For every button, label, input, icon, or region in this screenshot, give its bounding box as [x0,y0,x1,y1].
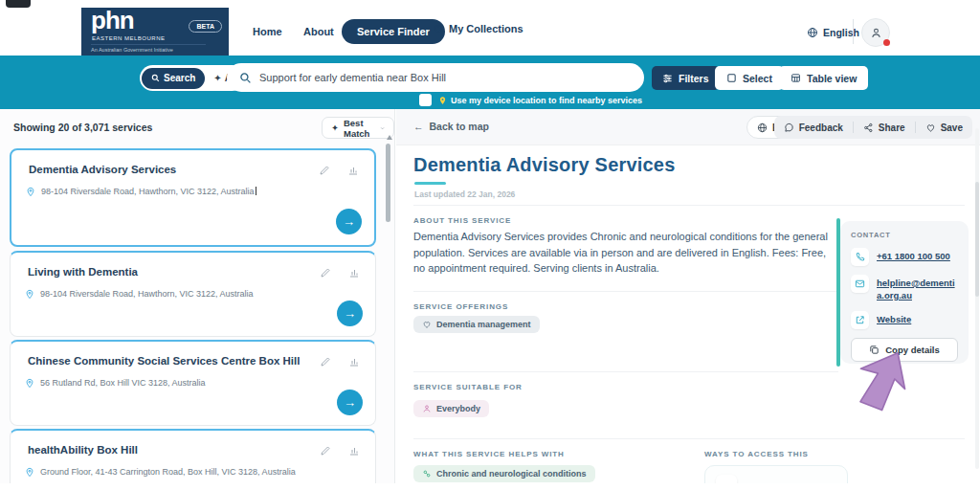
open-service-button[interactable]: → [337,390,363,415]
mode-search-label: Search [164,73,195,83]
search-icon [239,72,252,84]
search-input[interactable]: Support for early dementia near Box Hill [227,63,644,92]
beta-badge: BETA [189,20,222,33]
heart-icon [433,23,444,34]
table-view-button[interactable]: Table view [779,66,868,90]
window-corner-fragment [6,0,31,8]
save-button[interactable]: Save [916,122,972,133]
nav-home[interactable]: Home [253,26,282,37]
select-button[interactable]: Select [715,66,784,90]
detail-actions: Feedback Share Save [774,116,972,139]
email-row: helpline@dementia.org.au [851,275,958,302]
table-view-label: Table view [807,73,857,84]
share-button[interactable]: Share [854,122,915,133]
access-label: WAYS TO ACCESS THIS [704,450,809,458]
copy-icon [869,345,880,355]
filters-button[interactable]: Filters [652,66,720,90]
pin-icon [25,467,34,478]
sort-button[interactable]: ✦ Best Match [322,117,394,139]
share-label: Share [879,122,905,133]
top-header: phn EASTERN MELBOURNE BETA An Australian… [0,8,980,56]
search-toolbar: Search ✦ AI Support for early dementia n… [0,56,980,109]
service-card[interactable]: Chinese Community Social Services Centre… [10,340,376,426]
edit-icon[interactable] [320,267,331,278]
results-summary: Showing 20 of 3,071 services [13,122,152,133]
title-accent [414,182,446,185]
results-panel: Showing 20 of 3,071 services ✦ Best Matc… [0,109,395,483]
chart-icon[interactable] [347,165,359,176]
divider [413,205,965,206]
offering-chip[interactable]: Dementia management [413,316,540,333]
edit-icon[interactable] [320,445,331,457]
main-content: Showing 20 of 3,071 services ✦ Best Matc… [0,109,980,483]
suitable-chip[interactable]: Everybody [413,400,489,417]
pin-icon [25,289,34,300]
text-caret [256,187,256,195]
nav-about[interactable]: About [303,26,334,37]
filters-label: Filters [679,73,709,84]
scrollbar-up-arrow[interactable] [387,135,392,140]
phone-link[interactable]: +61 1800 100 500 [877,251,958,263]
page-scrollbar-thumb[interactable] [975,182,979,297]
checkbox-icon [726,73,737,83]
pin-icon [438,96,447,105]
location-checkbox[interactable] [419,94,432,106]
page-scrollbar-track[interactable] [975,128,979,469]
access-card[interactable] [704,465,848,483]
pin-icon [26,187,35,197]
email-link[interactable]: helpline@dementia.org.au [877,278,958,302]
chart-icon[interactable] [348,445,360,457]
offerings-label: SERVICE OFFERINGS [413,302,508,311]
website-row: Website [851,311,958,329]
service-card-title: Living with Dementia [28,266,138,278]
language-selector[interactable]: English [807,27,859,38]
contact-label: CONTACT [851,231,958,239]
service-card[interactable]: Living with Dementia 98-104 Riversdale R… [10,251,376,337]
person-icon [422,404,432,413]
profile-button[interactable] [861,18,890,47]
search-icon [151,74,160,82]
globe-icon [757,122,768,133]
chart-icon[interactable] [348,356,360,368]
edit-icon[interactable] [320,356,331,368]
list-scrollbar[interactable] [386,144,390,222]
contact-card: CONTACT +61 1800 100 500 helpline@dement… [840,221,969,364]
feedback-label: Feedback [799,122,843,133]
mode-search-segment[interactable]: Search [142,68,205,89]
arrow-right-icon: → [343,214,355,229]
nav-my-collections[interactable]: My Collections [433,23,523,34]
heart-icon [422,320,432,329]
open-service-button[interactable]: → [337,301,363,326]
search-query: Support for early dementia near Box Hill [259,72,446,83]
heart-icon [925,122,936,133]
language-label: English [823,27,859,38]
chart-icon[interactable] [348,267,360,278]
back-to-map-link[interactable]: ← Back to map [413,121,489,132]
phn-logo[interactable]: phn EASTERN MELBOURNE BETA An Australian… [81,8,229,56]
sparkle-icon: ✦ [213,73,221,83]
person-icon [870,27,882,39]
chevron-down-icon [380,124,385,132]
globe-icon [807,27,818,38]
edit-icon[interactable] [319,165,330,176]
open-service-button[interactable]: → [336,209,362,234]
suitable-label: SERVICE SUITABLE FOR [413,383,523,391]
service-card-address: Ground Floor, 41-43 Carrington Road, Box… [40,467,296,477]
feedback-button[interactable]: Feedback [774,122,853,133]
phone-icon [851,248,869,266]
nav-my-collections-label: My Collections [449,23,523,34]
location-label: Use my device location to find nearby se… [451,96,642,105]
copy-details-label: Copy details [885,345,940,355]
divider [413,291,838,292]
website-link[interactable]: Website [877,314,958,326]
service-card-address: 56 Rutland Rd, Box Hill VIC 3128, Austra… [40,378,206,388]
helps-chip[interactable]: Chronic and neurological conditions [413,465,595,482]
divider [413,438,965,439]
logo-region: EASTERN MELBOURNE [92,35,166,41]
service-title: Dementia Advisory Services [413,154,675,176]
copy-details-button[interactable]: Copy details [851,338,958,362]
nav-service-finder[interactable]: Service Finder [342,19,445,44]
service-card[interactable]: healthAbility Box Hill Ground Floor, 41-… [10,429,376,483]
email-icon [851,275,869,293]
service-card[interactable]: Dementia Advisory Services 98-104 Rivers… [10,148,376,247]
